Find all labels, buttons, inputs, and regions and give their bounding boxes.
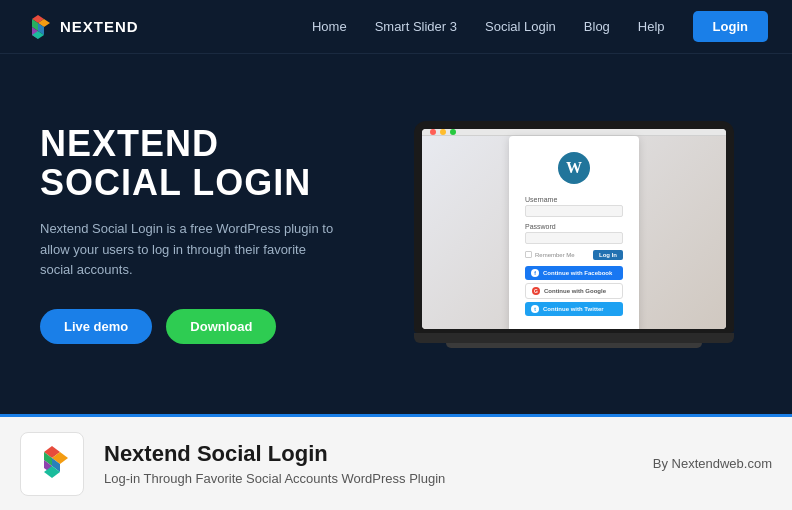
live-demo-button[interactable]: Live demo	[40, 309, 152, 344]
laptop-content: W Username Password Remember Me	[422, 136, 726, 329]
browser-dot-close	[430, 129, 436, 135]
google-login-btn: G Continue with Google	[525, 283, 623, 299]
wp-login-form: W Username Password Remember Me	[509, 136, 639, 329]
plugin-title: Nextend Social Login	[104, 441, 633, 467]
logo: NEXTEND	[24, 13, 139, 41]
password-label: Password	[525, 223, 623, 230]
plugin-icon	[32, 444, 72, 484]
google-icon: G	[532, 287, 540, 295]
browser-dot-minimize	[440, 129, 446, 135]
twitter-icon: t	[531, 305, 539, 313]
nav-home[interactable]: Home	[312, 19, 347, 34]
plugin-subtitle: Log-in Through Favorite Social Accounts …	[104, 471, 633, 486]
hero-image: W Username Password Remember Me	[396, 121, 752, 348]
plugin-info: Nextend Social Login Log-in Through Favo…	[104, 441, 633, 486]
laptop-mockup: W Username Password Remember Me	[414, 121, 734, 348]
header: NEXTEND Home Smart Slider 3 Social Login…	[0, 0, 792, 54]
wp-login-button: Log In	[593, 250, 623, 260]
browser-bar	[422, 129, 726, 136]
password-field	[525, 232, 623, 244]
logo-text: NEXTEND	[60, 18, 139, 35]
hero-buttons: Live demo Download	[40, 309, 396, 344]
twitter-login-btn: t Continue with Twitter	[525, 302, 623, 316]
wp-logo: W	[556, 150, 592, 186]
hero-description: Nextend Social Login is a free WordPress…	[40, 219, 340, 281]
nav-help[interactable]: Help	[638, 19, 665, 34]
browser-dot-maximize	[450, 129, 456, 135]
nav-social-login[interactable]: Social Login	[485, 19, 556, 34]
nav-smart-slider[interactable]: Smart Slider 3	[375, 19, 457, 34]
download-button[interactable]: Download	[166, 309, 276, 344]
facebook-icon: f	[531, 269, 539, 277]
login-button[interactable]: Login	[693, 11, 768, 42]
username-field	[525, 205, 623, 217]
remember-label: Remember Me	[535, 252, 575, 258]
plugin-icon-box	[20, 432, 84, 496]
hero-title: NEXTEND SOCIAL LOGIN	[40, 124, 396, 203]
laptop-foot	[446, 343, 702, 348]
hero-section: NEXTEND SOCIAL LOGIN Nextend Social Logi…	[0, 54, 792, 414]
main-nav: Home Smart Slider 3 Social Login Blog He…	[312, 11, 768, 42]
info-bar: Nextend Social Login Log-in Through Favo…	[0, 414, 792, 510]
remember-checkbox	[525, 251, 532, 258]
nav-blog[interactable]: Blog	[584, 19, 610, 34]
plugin-by: By Nextendweb.com	[653, 456, 772, 471]
svg-text:W: W	[566, 159, 582, 176]
facebook-login-btn: f Continue with Facebook	[525, 266, 623, 280]
hero-content: NEXTEND SOCIAL LOGIN Nextend Social Logi…	[40, 124, 396, 345]
remember-row: Remember Me Log In	[525, 250, 623, 260]
logo-icon	[24, 13, 52, 41]
laptop-base	[414, 333, 734, 343]
username-label: Username	[525, 196, 623, 203]
